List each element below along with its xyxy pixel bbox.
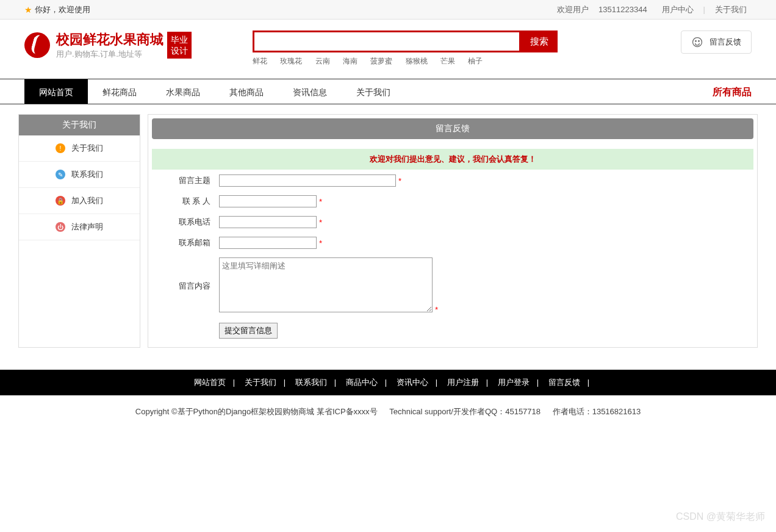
feedback-button[interactable]: 留言反馈 [681, 31, 752, 54]
nav-all-products[interactable]: 所有商品 [713, 79, 752, 104]
nav-fruits[interactable]: 水果商品 [151, 79, 215, 104]
submit-button[interactable]: 提交留言信息 [219, 323, 278, 339]
hot-word[interactable]: 鲜花 [253, 57, 267, 65]
lock-icon: 🔒 [56, 196, 65, 206]
nav-home[interactable]: 网站首页 [24, 79, 88, 104]
sidebar-item-about[interactable]: ! 关于我们 [19, 135, 140, 162]
footer-link[interactable]: 商品中心 [339, 378, 385, 387]
footer-link[interactable]: 联系我们 [288, 378, 334, 387]
user-phone-link[interactable]: 13511223344 [594, 0, 652, 20]
input-email[interactable] [219, 237, 317, 249]
logo-badge: 毕业设计 [167, 32, 192, 59]
label-email: 联系邮箱 [153, 233, 214, 253]
input-phone[interactable] [219, 216, 317, 228]
topbar-about-link[interactable]: 关于我们 [710, 0, 752, 20]
panel-title: 留言反馈 [152, 118, 753, 139]
required-mark: * [319, 239, 322, 248]
sidebar-item-label: 联系我们 [71, 169, 103, 180]
clipboard-icon: ✎ [56, 170, 65, 179]
svg-point-1 [695, 41, 697, 42]
sidebar-item-join[interactable]: 🔒 加入我们 [19, 188, 140, 214]
panel-notice: 欢迎对我们提出意见、建议，我们会认真答复！ [152, 149, 753, 170]
label-phone: 联系电话 [153, 212, 214, 232]
hot-word[interactable]: 玫瑰花 [280, 57, 302, 65]
footer-link[interactable]: 关于我们 [237, 378, 284, 387]
sidebar-item-legal[interactable]: ⏻ 法律声明 [19, 214, 140, 240]
footer-link[interactable]: 用户注册 [440, 378, 486, 387]
sidebar-title: 关于我们 [19, 115, 140, 135]
sidebar-item-label: 关于我们 [71, 143, 103, 154]
hot-word[interactable]: 芒果 [440, 57, 455, 65]
info-icon: ! [56, 143, 65, 153]
power-icon: ⏻ [56, 222, 65, 232]
footer-link[interactable]: 资讯中心 [389, 378, 436, 387]
star-icon: ★ [24, 0, 32, 20]
label-subject: 留言主题 [153, 171, 214, 190]
hot-word[interactable]: 云南 [315, 57, 330, 65]
nav-about[interactable]: 关于我们 [342, 79, 405, 104]
tech-support: Technical support/开发作者QQ：45157718 [389, 407, 541, 416]
logo-icon [24, 32, 50, 58]
footer-link[interactable]: 留言反馈 [541, 378, 587, 387]
author-phone: 作者电话：13516821613 [553, 407, 641, 416]
nav-flowers[interactable]: 鲜花商品 [88, 79, 151, 104]
input-contact[interactable] [219, 195, 317, 207]
nav-others[interactable]: 其他商品 [215, 79, 278, 104]
feedback-label: 留言反馈 [710, 37, 741, 48]
search-button[interactable]: 搜索 [521, 31, 558, 52]
hot-words: 鲜花 玫瑰花 云南 海南 菠萝蜜 猕猴桃 芒果 柚子 [253, 56, 558, 66]
required-mark: * [435, 305, 438, 314]
textarea-content[interactable] [219, 257, 433, 312]
required-mark: * [319, 218, 322, 227]
search-input[interactable] [253, 31, 521, 52]
sidebar-item-contact[interactable]: ✎ 联系我们 [19, 162, 140, 188]
headset-icon [691, 36, 703, 48]
hot-word[interactable]: 猕猴桃 [406, 57, 428, 65]
label-content: 留言内容 [153, 254, 214, 318]
footer-link[interactable]: 用户登录 [490, 378, 537, 387]
required-mark: * [398, 176, 401, 185]
input-subject[interactable] [219, 174, 396, 187]
footer-link[interactable]: 网站首页 [187, 378, 233, 387]
site-title: 校园鲜花水果商城 [56, 31, 163, 49]
copyright-text: Copyright ©基于Python的Django框架校园购物商城 某省ICP… [135, 407, 378, 416]
divider: | [703, 0, 705, 20]
hot-word[interactable]: 菠萝蜜 [370, 57, 392, 65]
sidebar-item-label: 法律声明 [71, 221, 103, 232]
required-mark: * [319, 197, 322, 206]
sidebar-item-label: 加入我们 [71, 195, 103, 206]
welcome-text: 你好，欢迎使用 [35, 0, 90, 20]
logo-block[interactable]: 校园鲜花水果商城 用户.购物车.订单.地址等 毕业设计 [24, 31, 192, 60]
svg-point-2 [699, 41, 700, 42]
hot-word[interactable]: 海南 [343, 57, 357, 65]
label-contact: 联 系 人 [153, 192, 214, 211]
nav-news[interactable]: 资讯信息 [278, 79, 342, 104]
hot-word[interactable]: 柚子 [468, 57, 483, 65]
user-prefix: 欢迎用户 [557, 0, 589, 20]
user-center-link[interactable]: 用户中心 [657, 0, 699, 20]
site-subtitle: 用户.购物车.订单.地址等 [56, 49, 163, 60]
